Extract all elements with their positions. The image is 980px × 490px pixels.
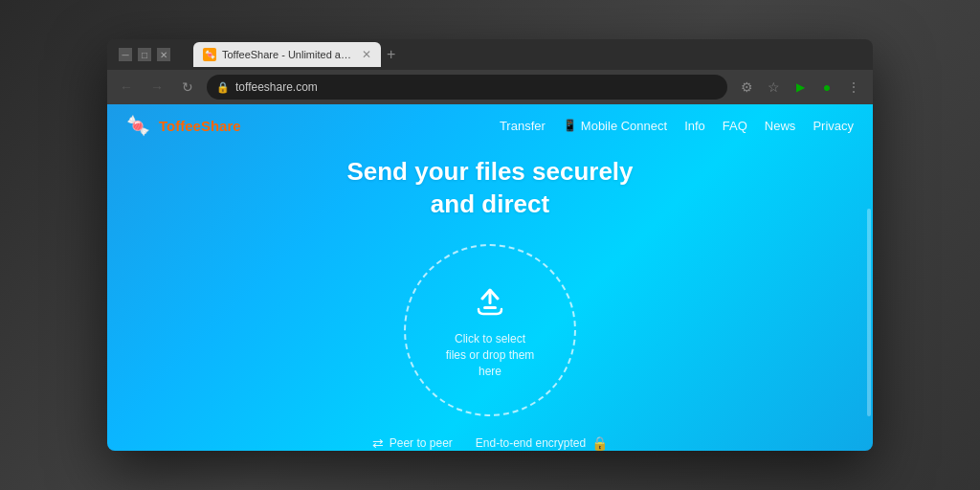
browser-actions: ⚙ ☆ ▶ ● ⋮ [735, 76, 865, 99]
back-button[interactable]: ← [115, 76, 138, 99]
hero-title-line1: Send your files securely [346, 157, 633, 186]
new-tab-button[interactable]: + [381, 42, 401, 67]
phone-icon: 📱 [563, 119, 577, 132]
site-nav: Transfer 📱 Mobile Connect Info FAQ News … [500, 119, 854, 133]
feature-peer-to-peer: ⇄ Peer to peer [372, 435, 453, 451]
hero-title-line2: and direct [431, 189, 549, 218]
upload-zone[interactable]: Click to select files or drop them here [404, 244, 576, 416]
feature-encrypted: End-to-end encrypted 🔒 [476, 435, 608, 451]
lock-icon: 🔒 [216, 81, 230, 94]
url-bar[interactable]: 🔒 toffeeshare.com [207, 75, 727, 100]
nav-item-news[interactable]: News [765, 119, 796, 133]
website-content: 🍬 ToffeeShare Transfer 📱 Mobile Connect … [107, 104, 873, 451]
minimize-button[interactable]: ─ [119, 48, 132, 61]
tab-title: ToffeeShare - Unlimited and sec... [222, 49, 356, 60]
lock-icon: 🔒 [591, 435, 608, 451]
logo-area: 🍬 ToffeeShare [126, 116, 241, 135]
browser-tab-active[interactable]: 🍬 ToffeeShare - Unlimited and sec... ✕ [193, 42, 381, 67]
profile-button[interactable]: ● [815, 76, 838, 99]
address-bar: ← → ↻ 🔒 toffeeshare.com ⚙ ☆ ▶ ● ⋮ [107, 70, 873, 104]
feature-peer-to-peer-label: Peer to peer [390, 436, 453, 450]
logo-icon: 🍬 [126, 116, 153, 135]
tab-close-button[interactable]: ✕ [362, 48, 371, 61]
browser-window: ─ □ ✕ 🍬 ToffeeShare - Unlimited and sec.… [107, 39, 873, 451]
svg-rect-0 [483, 306, 497, 309]
window-controls: ─ □ ✕ [119, 48, 170, 61]
title-bar: ─ □ ✕ 🍬 ToffeeShare - Unlimited and sec.… [107, 39, 873, 70]
forward-button[interactable]: → [145, 76, 168, 99]
url-text: toffeeshare.com [235, 80, 318, 94]
browser-chrome: ─ □ ✕ 🍬 ToffeeShare - Unlimited and sec.… [107, 39, 873, 104]
reload-button[interactable]: ↻ [176, 76, 199, 99]
close-button[interactable]: ✕ [157, 48, 170, 61]
address-bar-settings-button[interactable]: ⚙ [735, 76, 758, 99]
site-main: Send your files securely and direct Clic… [107, 146, 873, 451]
maximize-button[interactable]: □ [138, 48, 151, 61]
tab-favicon: 🍬 [203, 48, 216, 61]
features-row: ⇄ Peer to peer End-to-end encrypted 🔒 [372, 435, 608, 451]
upload-icon [469, 279, 511, 322]
peer-to-peer-icon: ⇄ [372, 435, 384, 451]
nav-item-mobile-connect[interactable]: 📱 Mobile Connect [563, 119, 667, 133]
extension-button[interactable]: ▶ [789, 76, 812, 99]
nav-item-privacy[interactable]: Privacy [813, 119, 854, 133]
desktop: ─ □ ✕ 🍬 ToffeeShare - Unlimited and sec.… [0, 0, 980, 490]
nav-item-info[interactable]: Info [684, 119, 705, 133]
tab-bar: 🍬 ToffeeShare - Unlimited and sec... ✕ + [186, 42, 409, 67]
feature-encrypted-label: End-to-end encrypted [476, 436, 586, 450]
hero-title: Send your files securely and direct [346, 156, 633, 221]
browser-menu-button[interactable]: ⋮ [842, 76, 865, 99]
bookmark-button[interactable]: ☆ [762, 76, 785, 99]
upload-text: Click to select files or drop them here [446, 331, 535, 379]
site-header: 🍬 ToffeeShare Transfer 📱 Mobile Connect … [107, 104, 873, 146]
logo-text: ToffeeShare [159, 118, 241, 134]
nav-item-transfer[interactable]: Transfer [500, 119, 546, 133]
nav-mobile-connect-label: Mobile Connect [581, 119, 667, 133]
scroll-indicator[interactable] [867, 209, 871, 416]
nav-item-faq[interactable]: FAQ [723, 119, 747, 133]
